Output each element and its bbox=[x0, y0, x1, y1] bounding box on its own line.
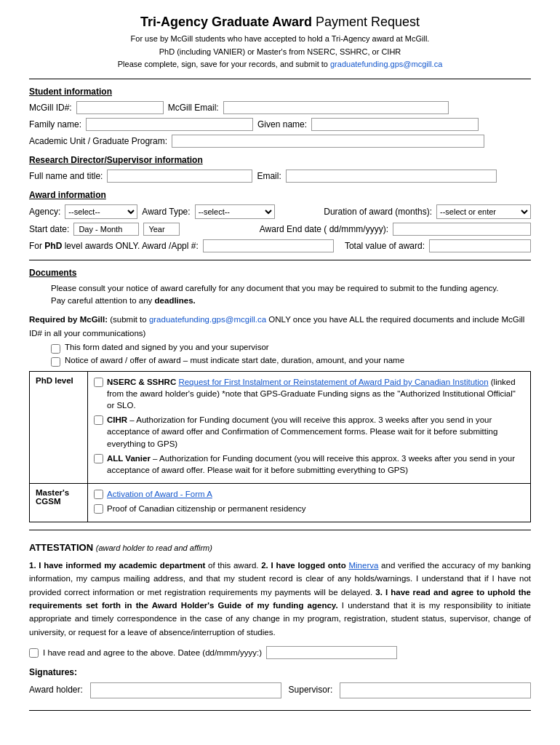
phd-level-cell: PhD level bbox=[30, 372, 88, 484]
required-by-text: Required by McGill: (submit to graduatef… bbox=[29, 313, 531, 340]
attestation-divider bbox=[29, 530, 531, 530]
phd-row: PhD level NSERC & SSHRC Request for Firs… bbox=[30, 372, 531, 484]
documents-para: Please consult your notice of award care… bbox=[51, 282, 531, 308]
research-director-header: Research Director/Supervisor information bbox=[29, 155, 531, 165]
subtitle-line3: Please complete, sign, save for your rec… bbox=[29, 58, 531, 71]
total-value-input[interactable] bbox=[429, 239, 531, 252]
check-item-2: Notice of award / offer of award – must … bbox=[51, 356, 531, 367]
phd-award-row: For PhD level awards ONLY. Award /Appl #… bbox=[29, 239, 531, 252]
academic-unit-label: Academic Unit / Graduate Program: bbox=[29, 136, 167, 146]
given-name-label: Given name: bbox=[257, 119, 307, 130]
masters-content-cell: Activation of Award - Form A Proof of Ca… bbox=[88, 483, 531, 522]
checkbox-nserc-sshrc[interactable] bbox=[94, 378, 103, 387]
signatures-section: Signatures: Award holder: Supervisor: bbox=[29, 666, 531, 698]
nserc-sshrc-link[interactable]: Request for First Instalment or Reinstat… bbox=[178, 378, 488, 386]
checkbox-notice-award[interactable] bbox=[51, 357, 60, 367]
end-date-input[interactable] bbox=[393, 223, 531, 236]
attestation-section: ATTESTATION (award holder to read and af… bbox=[29, 541, 531, 698]
title-rest: Payment Request bbox=[312, 15, 420, 29]
supervisor-email-label: Email: bbox=[257, 171, 281, 181]
academic-unit-input[interactable] bbox=[172, 135, 484, 148]
activation-form-a-link[interactable]: Activation of Award - Form A bbox=[107, 490, 212, 498]
masters-form-a-row: Activation of Award - Form A bbox=[94, 488, 524, 500]
top-divider bbox=[29, 79, 531, 79]
award-holder-sig-row: Award holder: Supervisor: bbox=[29, 682, 531, 698]
supervisor-sig-field[interactable] bbox=[340, 682, 531, 698]
mid-divider bbox=[29, 260, 531, 260]
masters-level-cell: Master'sCGSM bbox=[30, 483, 88, 522]
day-month-box: Day - Month bbox=[73, 223, 139, 236]
academic-unit-row: Academic Unit / Graduate Program: bbox=[29, 135, 531, 148]
documents-section: Documents Please consult your notice of … bbox=[29, 268, 531, 522]
family-name-input[interactable] bbox=[86, 118, 253, 131]
start-date-label: Start date: bbox=[29, 224, 69, 234]
required-email-link[interactable]: graduatefunding.gps@mcgill.ca bbox=[149, 315, 266, 324]
phd-masters-table: PhD level NSERC & SSHRC Request for Firs… bbox=[29, 371, 531, 522]
award-type-label: Award Type: bbox=[142, 207, 190, 217]
duration-select[interactable]: --select or enter bbox=[436, 204, 531, 219]
masters-citizenship-row: Proof of Canadian citizenship or permane… bbox=[94, 503, 524, 514]
checkbox-agree[interactable] bbox=[29, 648, 39, 658]
masters-row: Master'sCGSM Activation of Award - Form … bbox=[30, 483, 531, 522]
title-bold: Tri-Agency Graduate Award bbox=[140, 15, 312, 29]
checkbox-all-vanier[interactable] bbox=[94, 454, 103, 463]
supervisor-sig-label: Supervisor: bbox=[289, 683, 333, 697]
agree-row: I have read and agree to the above. Date… bbox=[29, 646, 531, 659]
check-item-1: This form dated and signed by you and yo… bbox=[51, 343, 531, 354]
year-box: Year bbox=[143, 223, 180, 236]
mcgill-id-input[interactable] bbox=[76, 101, 164, 114]
total-value-label: Total value of award: bbox=[345, 241, 425, 251]
attestation-title: ATTESTATION (award holder to read and af… bbox=[29, 541, 531, 556]
checkbox-form-signed[interactable] bbox=[51, 344, 60, 354]
subtitle: For use by McGill students who have acce… bbox=[29, 33, 531, 71]
mcgill-id-label: McGill ID#: bbox=[29, 103, 72, 113]
end-date-label: Award End date ( dd/mmm/yyyy): bbox=[260, 224, 388, 234]
checkbox-cihr[interactable] bbox=[94, 415, 103, 425]
masters-content: Activation of Award - Form A Proof of Ca… bbox=[94, 488, 524, 514]
page-title: Tri-Agency Graduate Award Payment Reques… bbox=[29, 15, 531, 30]
agency-row: Agency: --select-- Award Type: --select-… bbox=[29, 204, 531, 219]
award-type-select[interactable]: --select-- bbox=[195, 204, 275, 219]
full-name-input[interactable] bbox=[107, 170, 252, 183]
supervisor-email-input[interactable] bbox=[286, 170, 497, 183]
phd-vanier-row: ALL Vanier – Authorization for Funding d… bbox=[94, 453, 524, 476]
phd-cihr-row: CIHR – Authorization for Funding documen… bbox=[94, 414, 524, 449]
mcgill-id-row: McGill ID#: McGill Email: bbox=[29, 101, 531, 114]
attestation-body: 1. I have informed my academic departmen… bbox=[29, 559, 531, 639]
checkbox-activation-form-a[interactable] bbox=[94, 490, 103, 499]
phd-nserc-row: NSERC & SSHRC Request for First Instalme… bbox=[94, 376, 524, 411]
mcgill-email-input[interactable] bbox=[223, 101, 449, 114]
subtitle-line2: PhD (including VANIER) or Master's from … bbox=[29, 46, 531, 59]
student-info-header: Student information bbox=[29, 87, 531, 97]
given-name-input[interactable] bbox=[311, 118, 479, 131]
mcgill-email-label: McGill Email: bbox=[168, 103, 219, 113]
award-info-header: Award information bbox=[29, 190, 531, 200]
phd-content: NSERC & SSHRC Request for First Instalme… bbox=[94, 376, 524, 476]
start-date-row: Start date: Day - Month Year Award End d… bbox=[29, 223, 531, 236]
full-name-title-label: Full name and title: bbox=[29, 171, 103, 181]
email-link[interactable]: graduatefunding.gps@mcgill.ca bbox=[330, 60, 442, 68]
phd-content-cell: NSERC & SSHRC Request for First Instalme… bbox=[88, 372, 531, 484]
award-holder-sig-field[interactable] bbox=[90, 682, 281, 698]
supervisor-row: Full name and title: Email: bbox=[29, 170, 531, 183]
signatures-label: Signatures: bbox=[29, 666, 531, 680]
duration-label: Duration of award (months): bbox=[324, 207, 432, 217]
minerva-link[interactable]: Minerva bbox=[348, 561, 378, 570]
phd-award-input[interactable] bbox=[203, 239, 334, 252]
family-name-label: Family name: bbox=[29, 119, 81, 130]
documents-header: Documents bbox=[29, 268, 531, 278]
checkbox-citizenship[interactable] bbox=[94, 504, 103, 514]
bottom-divider bbox=[29, 710, 531, 711]
name-row: Family name: Given name: bbox=[29, 118, 531, 131]
agree-date-input[interactable] bbox=[266, 646, 397, 659]
subtitle-line1: For use by McGill students who have acce… bbox=[29, 33, 531, 46]
award-holder-sig-label: Award holder: bbox=[29, 683, 83, 697]
agency-label: Agency: bbox=[29, 207, 60, 217]
phd-label: For PhD level awards ONLY. Award /Appl #… bbox=[29, 241, 199, 251]
agency-select[interactable]: --select-- bbox=[65, 204, 137, 219]
